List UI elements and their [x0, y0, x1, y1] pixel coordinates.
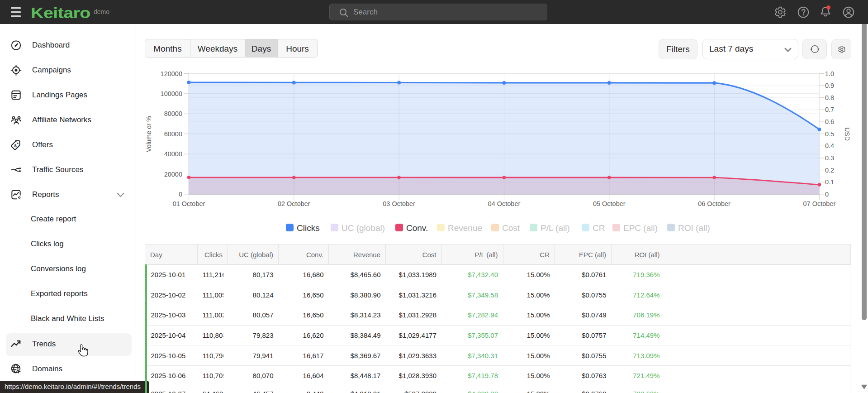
- svg-text:01 October: 01 October: [173, 200, 205, 207]
- svg-text:Volume or %: Volume or %: [145, 116, 152, 152]
- svg-text:06 October: 06 October: [698, 200, 730, 207]
- svg-text:0: 0: [179, 191, 182, 198]
- svg-text:$: $: [14, 144, 17, 148]
- svg-text:0: 0: [825, 191, 829, 198]
- svg-text:0.7: 0.7: [825, 106, 834, 113]
- svg-text:120000: 120000: [161, 70, 182, 77]
- svg-text:05 October: 05 October: [593, 200, 626, 207]
- svg-text:1.0: 1.0: [825, 70, 834, 77]
- svg-text:0.1: 0.1: [825, 178, 834, 186]
- svg-text:100000: 100000: [161, 90, 182, 97]
- svg-text:07 October: 07 October: [803, 200, 836, 207]
- svg-text:0.8: 0.8: [825, 94, 834, 101]
- svg-text:04 October: 04 October: [488, 200, 521, 207]
- svg-text:60000: 60000: [164, 130, 182, 138]
- svg-text:03 October: 03 October: [383, 200, 415, 207]
- svg-text:0.3: 0.3: [825, 154, 834, 162]
- svg-text:80000: 80000: [164, 110, 182, 117]
- svg-text:0.6: 0.6: [825, 118, 834, 125]
- svg-text:02 October: 02 October: [278, 200, 310, 207]
- svg-text:20000: 20000: [164, 171, 182, 178]
- svg-text:USD: USD: [844, 127, 851, 141]
- svg-text:0.4: 0.4: [825, 142, 834, 149]
- svg-text:0.5: 0.5: [825, 130, 834, 138]
- svg-text:40000: 40000: [164, 150, 182, 158]
- svg-text:0.2: 0.2: [825, 167, 834, 174]
- svg-text:0.9: 0.9: [825, 82, 834, 89]
